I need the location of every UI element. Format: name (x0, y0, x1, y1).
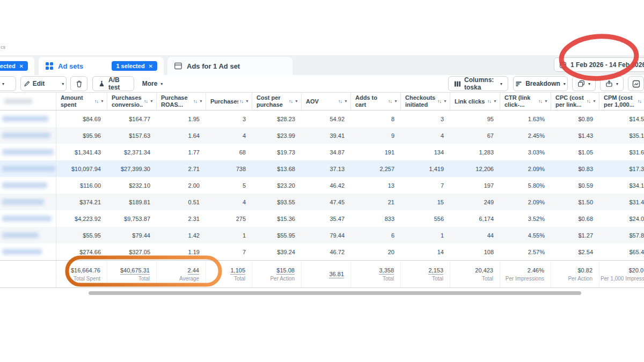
ad-set-name-cell-redacted[interactable] (0, 127, 56, 144)
ad-sets-selected-badge[interactable]: 1 selected ✕ (112, 61, 157, 71)
sort-icon[interactable]: ↑↓ (538, 99, 542, 104)
chevron-down-icon[interactable]: ▼ (592, 99, 596, 104)
table-row[interactable]: $1,341.43$2,371.341.7768$19.7334.8719113… (0, 144, 644, 160)
chevron-down-icon[interactable]: ▼ (344, 99, 348, 104)
cell-purchases-conversio[interactable]: $2,371.34 (107, 149, 157, 156)
sort-icon[interactable]: ↑↓ (239, 99, 243, 104)
column-header-checkouts-initiated[interactable]: Checkouts initiated↑↓▼ (401, 93, 450, 110)
bulk-action-dropdown-button[interactable]: ▾ (0, 76, 16, 91)
chevron-down-icon[interactable]: ▼ (199, 99, 203, 104)
chevron-down-icon[interactable]: ▼ (493, 99, 497, 104)
cell-purchase-roas[interactable]: 1.77 (157, 149, 206, 156)
cell-adds-to-cart[interactable]: 20 (351, 249, 401, 255)
cell-purchase-roas[interactable]: 2.71 (157, 166, 206, 172)
cell-purchases[interactable]: 4 (206, 199, 252, 205)
cell-checkouts-initiated[interactable]: 14 (401, 249, 450, 255)
cell-purchases[interactable]: 7 (206, 249, 252, 255)
table-row[interactable]: $274.66$327.051.197$39.2446.7220141082.5… (0, 243, 644, 260)
cell-aov[interactable]: 54.92 (302, 116, 351, 122)
ad-set-name-cell-redacted[interactable] (0, 210, 56, 227)
edit-button[interactable]: Edit (19, 80, 49, 87)
cell-purchases[interactable]: 68 (206, 149, 252, 156)
ad-set-name-cell-redacted[interactable] (0, 144, 56, 160)
cell-purchases[interactable]: 4 (206, 132, 252, 139)
tab-campaigns-partial[interactable]: 1 selected ✕ (0, 57, 34, 75)
cell-purchase-roas[interactable]: 1.64 (157, 132, 206, 139)
close-icon[interactable]: ✕ (19, 63, 24, 69)
ad-set-name-cell-redacted[interactable] (0, 177, 56, 194)
column-header-cost-per-purchase[interactable]: Cost per purchase↑↓▼ (252, 93, 302, 110)
total-cell-purchases[interactable]: 1,105Total (206, 261, 252, 287)
ad-set-name-cell-redacted[interactable] (0, 243, 56, 260)
cell-purchase-roas[interactable]: 1.95 (157, 116, 206, 122)
cell-purchases[interactable]: 1 (206, 232, 252, 239)
chevron-down-icon[interactable]: ▼ (245, 99, 249, 104)
column-header-adds-to-cart[interactable]: Adds to cart↑↓▼ (351, 93, 401, 110)
cell-checkouts-initiated[interactable]: 556 (401, 216, 450, 222)
ad-set-name-cell-redacted[interactable] (0, 110, 56, 127)
cell-purchases-conversio[interactable]: $232.10 (107, 182, 157, 189)
cell-checkouts-initiated[interactable]: 1,419 (401, 166, 450, 172)
cell-aov[interactable]: 46.42 (302, 182, 351, 189)
column-header-aov[interactable]: AOV↑↓▼ (302, 93, 351, 110)
sort-icon[interactable]: ↑↓ (437, 99, 441, 104)
cell-cost-per-purchase[interactable]: $28.23 (252, 116, 302, 122)
cell-checkouts-initiated[interactable]: 4 (401, 132, 450, 139)
cell-checkouts-initiated[interactable]: 15 (401, 199, 450, 205)
table-row[interactable]: $55.95$79.441.421$55.9579.4461444.55%$1.… (0, 227, 644, 243)
chevron-down-icon[interactable]: ▼ (100, 99, 104, 104)
cell-cost-per-purchase[interactable]: $13.68 (252, 166, 302, 172)
total-cell-aov[interactable]: 36.81 (302, 261, 351, 287)
cell-cost-per-purchase[interactable]: $93.55 (252, 199, 302, 205)
sort-icon[interactable]: ↑↓ (388, 99, 392, 104)
total-cell-checkouts-initiated[interactable]: 2,153Total (401, 261, 450, 287)
ab-test-button[interactable]: A/B test (92, 76, 134, 91)
table-row[interactable]: $4,223.92$9,753.872.31275$15.3635.478335… (0, 210, 644, 227)
cell-adds-to-cart[interactable]: 2,257 (351, 166, 401, 172)
cell-checkouts-initiated[interactable]: 3 (401, 116, 450, 122)
cell-cost-per-purchase[interactable]: $39.24 (252, 249, 302, 255)
cell-purchases-conversio[interactable]: $164.77 (107, 116, 157, 122)
cell-aov[interactable]: 39.41 (302, 132, 351, 139)
chevron-down-icon[interactable]: ▼ (443, 99, 447, 104)
columns-button[interactable]: Columns: toska ▾ (448, 76, 508, 91)
ad-set-name-cell-redacted[interactable] (0, 194, 56, 210)
ad-set-name-cell-redacted[interactable] (0, 227, 56, 243)
table-row[interactable]: $116.00$232.102.005$23.2046.421371975.80… (0, 177, 644, 194)
chevron-down-icon[interactable]: ▼ (150, 99, 153, 104)
date-range-button[interactable]: 1 Feb 2026 - 14 Feb 2026 ▾ (554, 57, 644, 72)
export-button[interactable]: ▾ (600, 76, 624, 91)
column-header-ctr-link-click[interactable]: CTR (link click-...↑↓▼ (500, 93, 551, 110)
chevron-down-icon[interactable]: ▼ (544, 99, 548, 104)
sort-icon[interactable]: ↑↓ (94, 99, 98, 104)
total-cell-purchase-roas[interactable]: 2.44Average (157, 261, 206, 287)
cell-checkouts-initiated[interactable]: 1 (401, 232, 450, 239)
reports-button[interactable]: ▾ (572, 76, 596, 91)
cell-cost-per-purchase[interactable]: $15.36 (252, 216, 302, 222)
chevron-down-icon[interactable]: ▼ (295, 99, 298, 104)
cell-adds-to-cart[interactable]: 13 (351, 182, 401, 189)
sort-icon[interactable]: ↑↓ (487, 99, 491, 104)
chevron-down-icon[interactable]: ▼ (394, 99, 398, 104)
tab-ad-sets[interactable]: Ad sets 1 selected ✕ (39, 57, 164, 75)
cell-purchase-roas[interactable]: 1.19 (157, 249, 206, 255)
horizontal-scrollbar[interactable] (89, 291, 581, 295)
cell-adds-to-cart[interactable]: 191 (351, 149, 401, 156)
breakdown-button[interactable]: Breakdown ▾ (513, 76, 568, 91)
column-header-purchase-roas[interactable]: Purchase ROAS...↑↓▼ (157, 93, 206, 110)
sort-icon[interactable]: ↑↓ (289, 99, 292, 104)
edit-dropdown-caret[interactable]: ▾ (57, 82, 68, 86)
charts-button[interactable] (628, 76, 644, 91)
column-header-name-redacted[interactable] (0, 93, 56, 110)
total-cell-purchases-conversio[interactable]: $40,675.31Total (107, 261, 157, 287)
cell-purchases[interactable]: 5 (206, 182, 252, 189)
cell-purchases[interactable]: 3 (206, 116, 252, 122)
cell-purchases-conversio[interactable]: $327.05 (107, 249, 157, 255)
cell-purchases[interactable]: 738 (206, 166, 252, 172)
cell-purchases-conversio[interactable]: $9,753.87 (107, 216, 157, 222)
cell-purchases-conversio[interactable]: $27,399.30 (107, 166, 157, 172)
close-icon[interactable]: ✕ (149, 63, 153, 69)
cell-aov[interactable]: 37.13 (302, 166, 351, 172)
column-header-cpc-cost-per-link[interactable]: CPC (cost per link...↑↓▼ (551, 93, 599, 110)
sort-icon[interactable]: ↑↓ (587, 99, 590, 104)
